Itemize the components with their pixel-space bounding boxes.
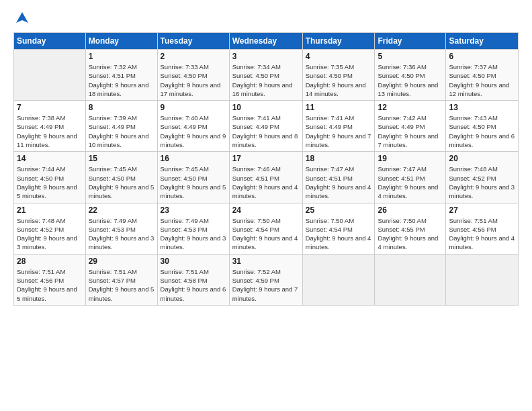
calendar-cell: 15Sunrise: 7:45 AM Sunset: 4:50 PM Dayli…	[85, 152, 157, 203]
day-number: 2	[161, 52, 226, 61]
calendar-cell: 20Sunrise: 7:48 AM Sunset: 4:52 PM Dayli…	[446, 152, 519, 203]
calendar-cell: 29Sunrise: 7:51 AM Sunset: 4:57 PM Dayli…	[85, 254, 157, 305]
calendar-cell: 3Sunrise: 7:34 AM Sunset: 4:50 PM Daylig…	[229, 50, 302, 101]
calendar-week-row: 21Sunrise: 7:48 AM Sunset: 4:52 PM Dayli…	[14, 203, 519, 254]
day-info: Sunrise: 7:40 AM Sunset: 4:49 PM Dayligh…	[161, 113, 226, 149]
day-info: Sunrise: 7:35 AM Sunset: 4:50 PM Dayligh…	[306, 62, 372, 98]
day-number: 7	[17, 103, 83, 112]
day-info: Sunrise: 7:44 AM Sunset: 4:50 PM Dayligh…	[17, 165, 83, 200]
day-number: 5	[378, 52, 443, 61]
calendar-cell: 30Sunrise: 7:51 AM Sunset: 4:58 PM Dayli…	[157, 254, 229, 305]
calendar-cell: 8Sunrise: 7:39 AM Sunset: 4:49 PM Daylig…	[85, 101, 157, 152]
day-info: Sunrise: 7:51 AM Sunset: 4:56 PM Dayligh…	[449, 216, 515, 252]
day-number: 27	[449, 205, 515, 215]
day-info: Sunrise: 7:41 AM Sunset: 4:49 PM Dayligh…	[232, 113, 300, 149]
day-info: Sunrise: 7:37 AM Sunset: 4:50 PM Dayligh…	[449, 62, 515, 98]
day-info: Sunrise: 7:41 AM Sunset: 4:49 PM Dayligh…	[306, 113, 372, 149]
calendar-cell	[375, 254, 446, 305]
calendar-table: SundayMondayTuesdayWednesdayThursdayFrid…	[13, 32, 519, 306]
day-number: 6	[449, 52, 515, 61]
day-info: Sunrise: 7:43 AM Sunset: 4:50 PM Dayligh…	[449, 113, 515, 149]
calendar-cell: 10Sunrise: 7:41 AM Sunset: 4:49 PM Dayli…	[229, 101, 302, 152]
day-info: Sunrise: 7:48 AM Sunset: 4:52 PM Dayligh…	[17, 216, 83, 252]
day-info: Sunrise: 7:50 AM Sunset: 4:54 PM Dayligh…	[306, 216, 372, 252]
calendar-week-row: 28Sunrise: 7:51 AM Sunset: 4:56 PM Dayli…	[14, 254, 519, 305]
calendar-cell: 27Sunrise: 7:51 AM Sunset: 4:56 PM Dayli…	[446, 203, 519, 254]
day-info: Sunrise: 7:45 AM Sunset: 4:50 PM Dayligh…	[161, 165, 226, 200]
day-number: 4	[306, 52, 372, 61]
day-info: Sunrise: 7:46 AM Sunset: 4:51 PM Dayligh…	[232, 165, 300, 200]
calendar-cell: 21Sunrise: 7:48 AM Sunset: 4:52 PM Dayli…	[14, 203, 86, 254]
day-of-week-header: Friday	[375, 33, 446, 50]
calendar-cell: 13Sunrise: 7:43 AM Sunset: 4:50 PM Dayli…	[446, 101, 519, 152]
day-number: 1	[89, 52, 154, 61]
day-number: 16	[161, 154, 226, 163]
day-info: Sunrise: 7:52 AM Sunset: 4:59 PM Dayligh…	[232, 267, 300, 303]
day-info: Sunrise: 7:51 AM Sunset: 4:58 PM Dayligh…	[161, 267, 226, 303]
calendar-cell: 26Sunrise: 7:50 AM Sunset: 4:55 PM Dayli…	[375, 203, 446, 254]
calendar-cell: 31Sunrise: 7:52 AM Sunset: 4:59 PM Dayli…	[229, 254, 302, 305]
day-number: 24	[232, 205, 300, 215]
calendar-cell: 2Sunrise: 7:33 AM Sunset: 4:50 PM Daylig…	[157, 50, 229, 101]
day-number: 19	[378, 154, 443, 163]
page: SundayMondayTuesdayWednesdayThursdayFrid…	[0, 0, 532, 411]
day-info: Sunrise: 7:50 AM Sunset: 4:54 PM Dayligh…	[232, 216, 300, 252]
day-info: Sunrise: 7:51 AM Sunset: 4:57 PM Dayligh…	[89, 267, 154, 303]
calendar-cell: 14Sunrise: 7:44 AM Sunset: 4:50 PM Dayli…	[14, 152, 86, 203]
day-of-week-header: Monday	[85, 33, 157, 50]
day-number: 12	[378, 103, 443, 112]
day-of-week-header: Tuesday	[157, 33, 229, 50]
day-info: Sunrise: 7:47 AM Sunset: 4:51 PM Dayligh…	[306, 165, 372, 200]
calendar-cell: 9Sunrise: 7:40 AM Sunset: 4:49 PM Daylig…	[157, 101, 229, 152]
day-info: Sunrise: 7:45 AM Sunset: 4:50 PM Dayligh…	[89, 165, 154, 200]
day-number: 13	[449, 103, 515, 112]
calendar-cell	[14, 50, 86, 101]
calendar-cell: 11Sunrise: 7:41 AM Sunset: 4:49 PM Dayli…	[302, 101, 375, 152]
logo-icon	[15, 11, 30, 26]
day-info: Sunrise: 7:48 AM Sunset: 4:52 PM Dayligh…	[449, 165, 515, 200]
calendar-cell: 4Sunrise: 7:35 AM Sunset: 4:50 PM Daylig…	[302, 50, 375, 101]
calendar-cell: 16Sunrise: 7:45 AM Sunset: 4:50 PM Dayli…	[157, 152, 229, 203]
calendar-cell: 28Sunrise: 7:51 AM Sunset: 4:56 PM Dayli…	[14, 254, 86, 305]
day-info: Sunrise: 7:38 AM Sunset: 4:49 PM Dayligh…	[17, 113, 83, 149]
day-info: Sunrise: 7:49 AM Sunset: 4:53 PM Dayligh…	[89, 216, 154, 252]
day-number: 22	[89, 205, 154, 215]
calendar-cell: 25Sunrise: 7:50 AM Sunset: 4:54 PM Dayli…	[302, 203, 375, 254]
day-number: 3	[232, 52, 300, 61]
day-info: Sunrise: 7:36 AM Sunset: 4:50 PM Dayligh…	[378, 62, 443, 98]
day-number: 10	[232, 103, 300, 112]
day-number: 18	[306, 154, 372, 163]
calendar-cell: 12Sunrise: 7:42 AM Sunset: 4:49 PM Dayli…	[375, 101, 446, 152]
day-info: Sunrise: 7:39 AM Sunset: 4:49 PM Dayligh…	[89, 113, 154, 149]
header	[13, 11, 519, 24]
day-number: 31	[232, 257, 300, 266]
day-number: 26	[378, 205, 443, 215]
calendar-cell: 6Sunrise: 7:37 AM Sunset: 4:50 PM Daylig…	[446, 50, 519, 101]
calendar-cell: 5Sunrise: 7:36 AM Sunset: 4:50 PM Daylig…	[375, 50, 446, 101]
day-number: 21	[17, 205, 83, 215]
logo	[13, 11, 30, 24]
day-number: 28	[17, 257, 83, 266]
day-number: 20	[449, 154, 515, 163]
day-number: 30	[161, 257, 226, 266]
calendar-week-row: 14Sunrise: 7:44 AM Sunset: 4:50 PM Dayli…	[14, 152, 519, 203]
day-number: 29	[89, 257, 154, 266]
day-number: 9	[161, 103, 226, 112]
calendar-cell: 18Sunrise: 7:47 AM Sunset: 4:51 PM Dayli…	[302, 152, 375, 203]
calendar-cell	[302, 254, 375, 305]
day-info: Sunrise: 7:42 AM Sunset: 4:49 PM Dayligh…	[378, 113, 443, 149]
calendar-week-row: 1Sunrise: 7:32 AM Sunset: 4:51 PM Daylig…	[14, 50, 519, 101]
day-of-week-header: Saturday	[446, 33, 519, 50]
day-number: 11	[306, 103, 372, 112]
calendar-cell: 22Sunrise: 7:49 AM Sunset: 4:53 PM Dayli…	[85, 203, 157, 254]
day-of-week-header: Sunday	[14, 33, 86, 50]
calendar-header-row: SundayMondayTuesdayWednesdayThursdayFrid…	[14, 33, 519, 50]
calendar-week-row: 7Sunrise: 7:38 AM Sunset: 4:49 PM Daylig…	[14, 101, 519, 152]
day-info: Sunrise: 7:49 AM Sunset: 4:53 PM Dayligh…	[161, 216, 226, 252]
day-number: 23	[161, 205, 226, 215]
day-info: Sunrise: 7:32 AM Sunset: 4:51 PM Dayligh…	[89, 62, 154, 98]
calendar-cell	[446, 254, 519, 305]
day-number: 14	[17, 154, 83, 163]
calendar-cell: 1Sunrise: 7:32 AM Sunset: 4:51 PM Daylig…	[85, 50, 157, 101]
day-number: 17	[232, 154, 300, 163]
